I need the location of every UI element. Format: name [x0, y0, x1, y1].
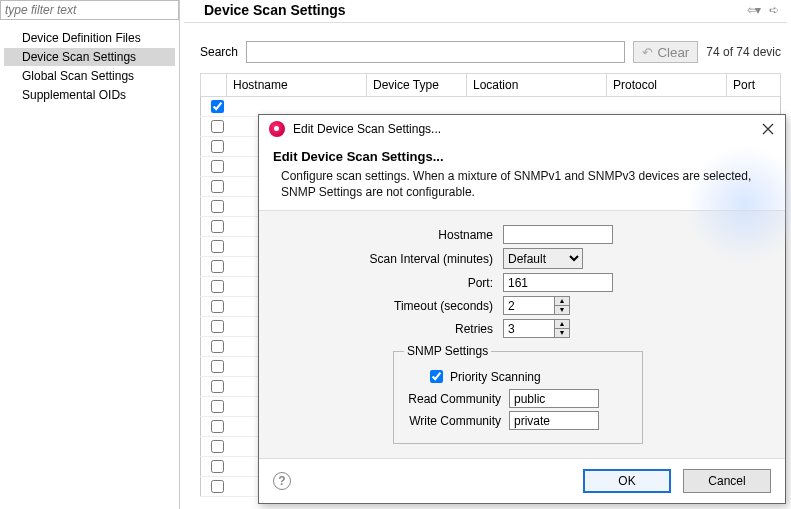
snmp-legend: SNMP Settings	[404, 344, 491, 358]
row-checkbox[interactable]	[211, 100, 224, 113]
dialog-heading: Edit Device Scan Settings...	[273, 149, 771, 164]
hostname-field[interactable]	[503, 225, 613, 244]
sidebar: Device Definition Files Device Scan Sett…	[0, 0, 180, 509]
app-icon	[269, 121, 285, 137]
timeout-label: Timeout (seconds)	[273, 299, 503, 313]
row-checkbox[interactable]	[211, 200, 224, 213]
close-icon[interactable]	[761, 122, 775, 136]
cancel-button[interactable]: Cancel	[683, 469, 771, 493]
retries-label: Retries	[273, 322, 503, 336]
row-checkbox[interactable]	[211, 140, 224, 153]
row-checkbox[interactable]	[211, 460, 224, 473]
col-protocol[interactable]: Protocol	[607, 74, 727, 97]
back-forward-icon[interactable]: ⇦▾	[747, 3, 759, 17]
port-field[interactable]	[503, 273, 613, 292]
row-checkbox[interactable]	[211, 280, 224, 293]
row-checkbox[interactable]	[211, 440, 224, 453]
filter-input[interactable]	[0, 0, 179, 20]
sidebar-item-global-scan-settings[interactable]: Global Scan Settings	[4, 67, 175, 85]
search-input[interactable]	[246, 41, 625, 63]
clear-button[interactable]: ↶ Clear	[633, 41, 698, 63]
snmp-settings-group: SNMP Settings Priority Scanning Read Com…	[393, 344, 643, 444]
row-checkbox[interactable]	[211, 400, 224, 413]
col-port[interactable]: Port	[727, 74, 781, 97]
row-checkbox[interactable]	[211, 360, 224, 373]
sidebar-item-supplemental-oids[interactable]: Supplemental OIDs	[4, 86, 175, 104]
chevron-down-icon[interactable]: ▼	[555, 306, 569, 315]
row-checkbox[interactable]	[211, 300, 224, 313]
row-checkbox[interactable]	[211, 380, 224, 393]
write-community-field[interactable]	[509, 411, 599, 430]
help-icon[interactable]: ?	[273, 472, 291, 490]
scan-interval-select[interactable]: Default	[503, 248, 583, 269]
priority-scanning-checkbox[interactable]	[430, 370, 443, 383]
scan-interval-label: Scan Interval (minutes)	[273, 252, 503, 266]
sidebar-item-device-scan-settings[interactable]: Device Scan Settings	[4, 48, 175, 66]
row-checkbox[interactable]	[211, 180, 224, 193]
page-title: Device Scan Settings	[204, 2, 346, 18]
row-checkbox[interactable]	[211, 120, 224, 133]
dialog-window-title: Edit Device Scan Settings...	[293, 122, 441, 136]
edit-device-scan-settings-dialog: Edit Device Scan Settings... Edit Device…	[258, 114, 786, 504]
row-checkbox[interactable]	[211, 160, 224, 173]
retries-field[interactable]	[503, 319, 555, 338]
chevron-up-icon[interactable]: ▲	[555, 297, 569, 306]
read-community-field[interactable]	[509, 389, 599, 408]
chevron-down-icon[interactable]: ▼	[555, 329, 569, 338]
clear-button-label: Clear	[657, 45, 689, 60]
col-location[interactable]: Location	[467, 74, 607, 97]
port-label: Port:	[273, 276, 503, 290]
row-checkbox[interactable]	[211, 420, 224, 433]
sidebar-item-device-definition-files[interactable]: Device Definition Files	[4, 29, 175, 47]
dialog-description: Configure scan settings. When a mixture …	[273, 168, 771, 200]
search-label: Search	[200, 45, 238, 59]
read-community-label: Read Community	[404, 392, 509, 406]
row-checkbox[interactable]	[211, 320, 224, 333]
ok-button[interactable]: OK	[583, 469, 671, 493]
col-checkbox	[201, 74, 227, 97]
timeout-field[interactable]	[503, 296, 555, 315]
row-checkbox[interactable]	[211, 240, 224, 253]
result-count: 74 of 74 devic	[706, 45, 781, 59]
row-checkbox[interactable]	[211, 480, 224, 493]
write-community-label: Write Community	[404, 414, 509, 428]
retries-stepper[interactable]: ▲ ▼	[555, 319, 570, 338]
priority-scanning-label[interactable]: Priority Scanning	[446, 370, 541, 384]
forward-icon[interactable]: ➪	[769, 3, 779, 17]
chevron-up-icon[interactable]: ▲	[555, 320, 569, 329]
col-device-type[interactable]: Device Type	[367, 74, 467, 97]
col-hostname[interactable]: Hostname	[227, 74, 367, 97]
hostname-label: Hostname	[273, 228, 503, 242]
row-checkbox[interactable]	[211, 260, 224, 273]
timeout-stepper[interactable]: ▲ ▼	[555, 296, 570, 315]
row-checkbox[interactable]	[211, 220, 224, 233]
undo-icon: ↶	[642, 45, 653, 60]
row-checkbox[interactable]	[211, 340, 224, 353]
